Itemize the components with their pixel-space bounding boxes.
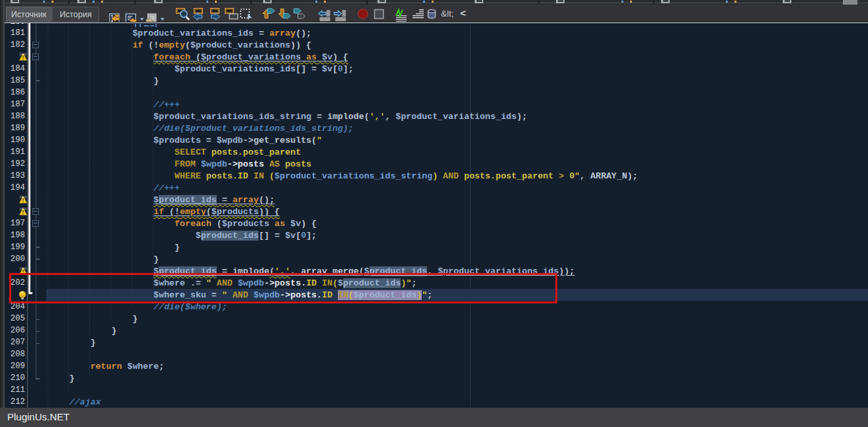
svg-text:&lt;: &lt; bbox=[441, 9, 454, 19]
svg-text:<: < bbox=[460, 7, 466, 19]
